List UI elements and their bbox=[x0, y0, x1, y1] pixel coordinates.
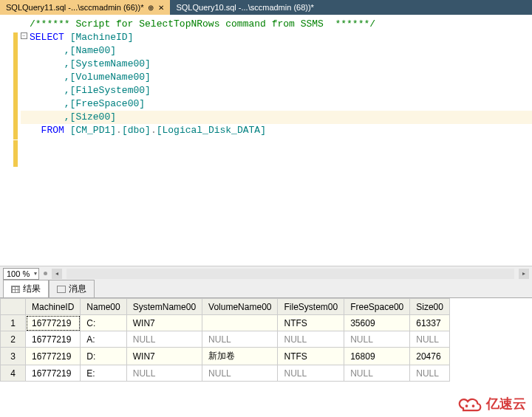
tab-messages[interactable]: 消息 bbox=[49, 280, 95, 297]
row-header[interactable]: 3 bbox=[1, 348, 26, 365]
cell[interactable]: NULL bbox=[126, 331, 202, 348]
col-filesystem00: ,[FileSystem00] bbox=[64, 85, 151, 96]
cell[interactable]: C: bbox=[81, 315, 126, 331]
status-dot-icon bbox=[44, 272, 47, 275]
watermark-text: 亿速云 bbox=[486, 395, 526, 413]
cell[interactable]: 16809 bbox=[344, 348, 410, 365]
db-name: [CM_PD1] bbox=[70, 125, 116, 136]
fold-toggle-icon[interactable]: − bbox=[21, 32, 27, 39]
col-name00: ,[Name00] bbox=[64, 45, 116, 56]
svg-point-1 bbox=[472, 404, 475, 407]
cell[interactable]: NULL bbox=[202, 365, 278, 382]
col-header[interactable]: FreeSpace00 bbox=[344, 299, 410, 315]
cloud-logo-icon bbox=[457, 396, 483, 412]
col-freespace00: ,[FreeSpace00] bbox=[64, 98, 145, 109]
cell[interactable]: E: bbox=[81, 365, 126, 382]
grid-body: 116777219C:WIN7NTFS3560961337216777219A:… bbox=[1, 315, 450, 382]
svg-point-0 bbox=[466, 404, 468, 407]
cell[interactable]: 20476 bbox=[410, 348, 450, 365]
cell[interactable]: NULL bbox=[410, 331, 450, 348]
header-row: MachineID Name00 SystemName00 VolumeName… bbox=[1, 299, 450, 315]
change-marker bbox=[13, 32, 18, 139]
horizontal-scrollbar[interactable] bbox=[66, 269, 514, 279]
tab-results-label: 结果 bbox=[23, 283, 41, 295]
scroll-left-icon[interactable]: ◂ bbox=[52, 269, 62, 279]
kw-select: SELECT bbox=[30, 32, 64, 43]
cell[interactable]: 35609 bbox=[344, 315, 410, 331]
tab-sqlquery10[interactable]: SQLQuery10.sql -...\sccmadmin (68))* bbox=[170, 0, 319, 15]
col-header[interactable]: FileSystem00 bbox=[278, 299, 344, 315]
close-icon[interactable]: ✕ bbox=[158, 4, 164, 12]
editor-gutter: − bbox=[0, 15, 21, 266]
editor-status-bar: 100 % ◂ ▸ bbox=[0, 266, 532, 280]
cell[interactable]: 16777219 bbox=[26, 365, 81, 382]
document-tab-bar: SQLQuery11.sql -...\sccmadmin (66))* ⊕ ✕… bbox=[0, 0, 532, 15]
cell[interactable]: NULL bbox=[344, 365, 410, 382]
tab-results[interactable]: 结果 bbox=[3, 280, 49, 297]
cell[interactable]: NTFS bbox=[278, 315, 344, 331]
col-machineid: [MachineID] bbox=[70, 32, 134, 43]
schema-name: [dbo] bbox=[122, 125, 151, 136]
table-row[interactable]: 216777219A:NULLNULLNULLNULLNULL bbox=[1, 331, 450, 348]
corner-cell[interactable] bbox=[1, 299, 26, 315]
col-header[interactable]: Name00 bbox=[81, 299, 126, 315]
cell[interactable]: NULL bbox=[126, 365, 202, 382]
cell[interactable]: NULL bbox=[278, 331, 344, 348]
watermark: 亿速云 bbox=[457, 395, 526, 413]
cell[interactable]: WIN7 bbox=[126, 315, 202, 331]
cell[interactable]: NULL bbox=[278, 365, 344, 382]
tab-label: SQLQuery10.sql -...\sccmadmin (68))* bbox=[176, 3, 313, 12]
cell[interactable]: NTFS bbox=[278, 348, 344, 365]
row-header[interactable]: 2 bbox=[1, 331, 26, 348]
cell[interactable]: 16777219 bbox=[26, 331, 81, 348]
sql-editor[interactable]: − /****** Script for SelectTopNRows comm… bbox=[0, 15, 532, 266]
table-row[interactable]: 316777219D:WIN7新加卷NTFS1680920476 bbox=[1, 348, 450, 365]
results-grid[interactable]: MachineID Name00 SystemName00 VolumeName… bbox=[0, 298, 450, 382]
dot: . bbox=[116, 125, 122, 136]
zoom-value: 100 % bbox=[7, 269, 30, 278]
cell[interactable]: 16777219 bbox=[26, 348, 81, 365]
pin-icon[interactable]: ⊕ bbox=[148, 4, 154, 12]
row-header[interactable]: 1 bbox=[1, 315, 26, 331]
tab-messages-label: 消息 bbox=[69, 283, 86, 295]
col-header[interactable]: VolumeName00 bbox=[202, 299, 278, 315]
cell[interactable]: A: bbox=[81, 331, 126, 348]
col-header[interactable]: SystemName00 bbox=[126, 299, 202, 315]
row-header[interactable]: 4 bbox=[1, 365, 26, 382]
table-row[interactable]: 116777219C:WIN7NTFS3560961337 bbox=[1, 315, 450, 331]
cell[interactable]: 16777219 bbox=[26, 315, 81, 331]
kw-from: FROM bbox=[41, 125, 64, 136]
scroll-right-icon[interactable]: ▸ bbox=[519, 269, 529, 279]
col-header[interactable]: MachineID bbox=[26, 299, 81, 315]
cell[interactable]: D: bbox=[81, 348, 126, 365]
tab-sqlquery11[interactable]: SQLQuery11.sql -...\sccmadmin (66))* ⊕ ✕ bbox=[0, 0, 170, 15]
results-tab-bar: 结果 消息 bbox=[0, 280, 532, 298]
cell[interactable]: WIN7 bbox=[126, 348, 202, 365]
messages-icon bbox=[57, 286, 66, 293]
cell[interactable]: NULL bbox=[410, 365, 450, 382]
change-marker bbox=[13, 140, 18, 167]
table-row[interactable]: 416777219E:NULLNULLNULLNULLNULL bbox=[1, 365, 450, 382]
cell[interactable]: NULL bbox=[202, 331, 278, 348]
col-header[interactable]: Size00 bbox=[410, 299, 450, 315]
tab-label: SQLQuery11.sql -...\sccmadmin (66))* bbox=[6, 3, 143, 12]
dot: . bbox=[151, 125, 157, 136]
grid-icon bbox=[11, 286, 20, 293]
table-name: [Logical_Disk_DATA] bbox=[157, 125, 266, 136]
cell[interactable]: 61337 bbox=[410, 315, 450, 331]
cell[interactable]: 新加卷 bbox=[202, 348, 278, 365]
col-size00: ,[Size00] bbox=[64, 111, 116, 123]
col-systemname00: ,[SystemName00] bbox=[64, 58, 151, 69]
code-comment: /****** Script for SelectTopNRows comman… bbox=[30, 18, 375, 30]
col-volumename00: ,[VolumeName00] bbox=[64, 72, 151, 83]
cell[interactable]: NULL bbox=[344, 331, 410, 348]
zoom-dropdown[interactable]: 100 % bbox=[3, 268, 39, 280]
cell[interactable] bbox=[202, 315, 278, 331]
